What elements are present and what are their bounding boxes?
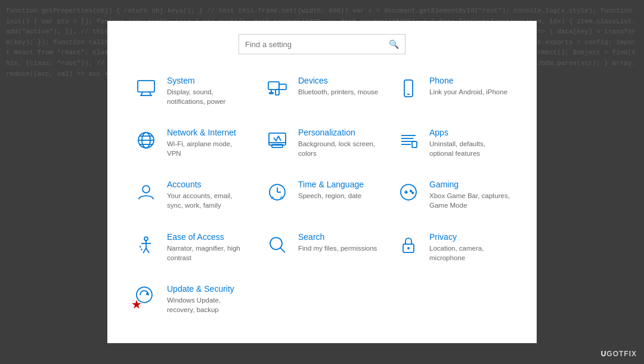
svg-line-40: [280, 248, 285, 252]
network-text: Network & Internet Wi-Fi, airplane mode,…: [167, 128, 248, 158]
system-text: System Display, sound, notifications, po…: [167, 76, 248, 106]
update-text: Update & Security Windows Update, recove…: [167, 284, 248, 314]
devices-title: Devices: [298, 76, 378, 85]
settings-item-update[interactable]: ★ Update & Security Windows Update, reco…: [125, 273, 256, 325]
privacy-text: Privacy Location, camera, microphone: [429, 232, 510, 263]
gaming-icon: [396, 180, 421, 205]
search-desc: Find my files, permissions: [298, 243, 377, 253]
search-setting-icon: [265, 232, 290, 257]
system-desc: Display, sound, notifications, power: [167, 87, 248, 106]
ease-desc: Narrator, magnifier, high contrast: [167, 243, 248, 263]
svg-rect-17: [272, 144, 283, 147]
update-icon-wrap: ★: [134, 284, 159, 309]
phone-icon: [396, 76, 421, 101]
svg-rect-5: [279, 84, 286, 90]
ugotfix-badge: UGOTFIX: [601, 350, 637, 358]
search-bar-container: 🔍: [107, 21, 537, 65]
network-desc: Wi-Fi, airplane mode, VPN: [167, 139, 248, 158]
svg-point-32: [410, 190, 411, 192]
settings-item-privacy[interactable]: Privacy Location, camera, microphone: [388, 221, 519, 273]
apps-desc: Uninstall, defaults, optional features: [429, 139, 510, 158]
search-text: Search Find my files, permissions: [298, 232, 377, 253]
devices-icon: [265, 76, 290, 101]
personalization-desc: Background, lock screen, colors: [298, 139, 379, 158]
gaming-text: Gaming Xbox Game Bar, captures, Game Mod…: [429, 180, 510, 210]
settings-item-personalization[interactable]: Personalization Background, lock screen,…: [256, 117, 388, 169]
apps-icon: [396, 128, 421, 153]
personalization-text: Personalization Background, lock screen,…: [298, 128, 379, 158]
search-icon: 🔍: [389, 39, 399, 49]
svg-line-38: [146, 248, 149, 253]
settings-item-phone[interactable]: Phone Link your Android, iPhone: [388, 65, 519, 117]
time-title: Time & Language: [298, 180, 364, 189]
system-title: System: [167, 76, 248, 85]
svg-rect-8: [270, 92, 273, 94]
settings-item-apps[interactable]: Apps Uninstall, defaults, optional featu…: [388, 117, 519, 169]
personalization-icon: [265, 128, 290, 153]
star-badge: ★: [131, 298, 142, 310]
time-desc: Speech, region, date: [298, 191, 364, 200]
ease-title: Ease of Access: [167, 232, 248, 242]
svg-point-42: [407, 247, 410, 249]
accounts-icon: [134, 180, 159, 205]
devices-text: Devices Bluetooth, printers, mouse: [298, 76, 378, 97]
phone-title: Phone: [429, 76, 507, 85]
settings-window: 🔍 System Display, sound, notifications, …: [107, 21, 537, 343]
personalization-title: Personalization: [298, 128, 379, 137]
svg-rect-4: [268, 82, 279, 90]
svg-point-33: [412, 192, 413, 193]
settings-item-search[interactable]: Search Find my files, permissions: [256, 221, 388, 273]
svg-text:A: A: [280, 195, 283, 200]
search-title: Search: [298, 232, 377, 242]
settings-item-network[interactable]: Network & Internet Wi-Fi, airplane mode,…: [125, 117, 256, 169]
update-desc: Windows Update, recovery, backup: [167, 295, 248, 314]
accounts-text: Accounts Your accounts, email, sync, wor…: [167, 180, 248, 210]
ease-text: Ease of Access Narrator, magnifier, high…: [167, 232, 248, 263]
ugotfix-u: U: [601, 350, 607, 358]
svg-point-34: [144, 237, 148, 240]
settings-grid: System Display, sound, notifications, po…: [107, 65, 537, 325]
phone-desc: Link your Android, iPhone: [429, 87, 507, 97]
phone-text: Phone Link your Android, iPhone: [429, 76, 507, 97]
search-input[interactable]: [245, 40, 389, 49]
ease-icon: [134, 232, 159, 257]
accounts-title: Accounts: [167, 180, 248, 189]
svg-point-23: [143, 186, 150, 193]
settings-item-gaming[interactable]: Gaming Xbox Game Bar, captures, Game Mod…: [388, 169, 519, 221]
network-title: Network & Internet: [167, 128, 248, 137]
settings-item-time[interactable]: A A Time & Language Speech, region, date: [256, 169, 388, 221]
privacy-desc: Location, camera, microphone: [429, 243, 510, 263]
settings-item-accounts[interactable]: Accounts Your accounts, email, sync, wor…: [125, 169, 256, 221]
settings-item-system[interactable]: System Display, sound, notifications, po…: [125, 65, 256, 117]
settings-item-ease[interactable]: Ease of Access Narrator, magnifier, high…: [125, 221, 256, 273]
apps-text: Apps Uninstall, defaults, optional featu…: [429, 128, 510, 158]
gaming-desc: Xbox Game Bar, captures, Game Mode: [429, 191, 510, 210]
svg-rect-22: [412, 141, 417, 147]
privacy-title: Privacy: [429, 232, 510, 242]
svg-rect-6: [275, 90, 279, 95]
apps-title: Apps: [429, 128, 510, 137]
gaming-title: Gaming: [429, 180, 510, 189]
svg-point-29: [401, 184, 416, 200]
time-text: Time & Language Speech, region, date: [298, 180, 364, 200]
svg-rect-0: [138, 81, 154, 92]
svg-text:A: A: [271, 196, 274, 200]
privacy-icon: [396, 232, 421, 257]
update-title: Update & Security: [167, 284, 248, 294]
network-icon: [134, 128, 159, 153]
settings-item-devices[interactable]: Devices Bluetooth, printers, mouse: [256, 65, 388, 117]
search-bar: 🔍: [239, 34, 405, 54]
devices-desc: Bluetooth, printers, mouse: [298, 87, 378, 97]
time-icon: A A: [265, 180, 290, 205]
system-icon: [134, 76, 159, 101]
accounts-desc: Your accounts, email, sync, work, family: [167, 191, 248, 210]
svg-line-37: [143, 248, 146, 253]
ugotfix-text: GOTFIX: [606, 350, 637, 358]
